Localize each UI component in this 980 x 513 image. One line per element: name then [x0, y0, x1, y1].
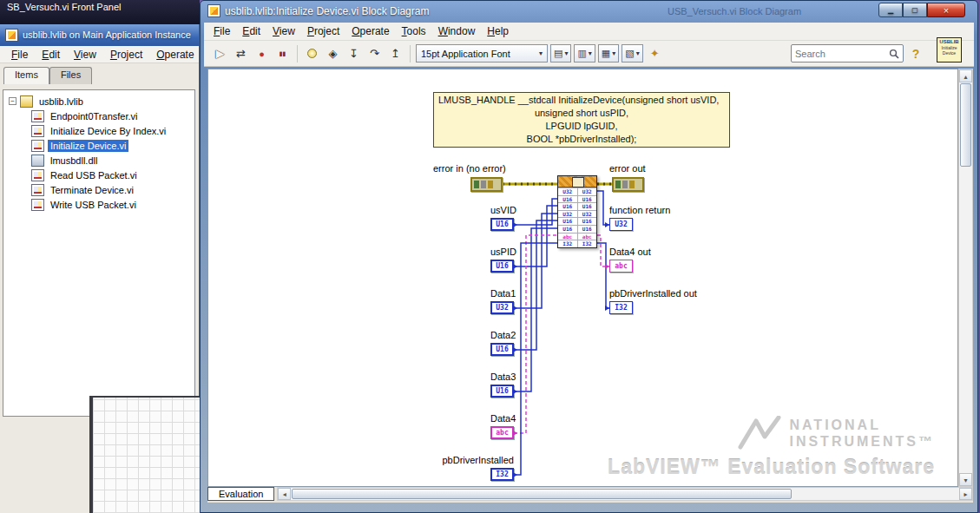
front-panel-window-titlebar[interactable]: SB_Versuch.vi Front Panel	[0, 0, 200, 24]
main-titlebar[interactable]: usblib.lvlib:Initialize Device.vi Block …	[201, 1, 977, 23]
menu-edit[interactable]: Edit	[36, 48, 66, 62]
terminal-data2[interactable]: U16	[490, 343, 514, 356]
help-button[interactable]: ?	[906, 44, 925, 63]
menu-operate[interactable]: Operate	[150, 48, 199, 62]
terminal-pbdriverinstalled[interactable]: I32	[490, 468, 514, 481]
step-into-button[interactable]: ↧	[345, 44, 363, 63]
vertical-scrollbar-thumb[interactable]	[960, 83, 971, 167]
menu-view[interactable]: View	[266, 24, 301, 38]
abort-button[interactable]: ●	[253, 44, 271, 63]
chevron-down-icon: ▾	[589, 49, 592, 57]
resize-objects-dropdown[interactable]: ▦ ▾	[598, 44, 619, 62]
node-cell: U32	[578, 211, 597, 218]
tree-item[interactable]: Initialize Device By Index.vi	[5, 123, 193, 138]
tree-item[interactable]: Endpoint0Transfer.vi	[5, 109, 193, 123]
tab-files[interactable]: Files	[49, 67, 92, 84]
window-controls: ▁ ▢ ×	[878, 3, 965, 17]
close-button[interactable]: ×	[927, 3, 965, 17]
reorder-icon: ▧	[625, 48, 634, 59]
scroll-left-icon[interactable]: ◂	[278, 488, 291, 500]
error-in-terminal[interactable]	[470, 177, 503, 192]
project-tree: − usblib.lvlib Endpoint0Transfer.vi Init…	[3, 89, 195, 417]
tree-item[interactable]: lmusbdll.dll	[5, 153, 193, 168]
terminal-data1[interactable]: U32	[490, 301, 514, 314]
node-cell: abc	[578, 233, 597, 240]
menu-edit[interactable]: Edit	[236, 24, 266, 38]
library-icon	[20, 95, 33, 108]
horizontal-scrollbar-thumb[interactable]	[292, 489, 792, 499]
scroll-down-icon[interactable]: ▾	[959, 473, 972, 486]
run-button[interactable]: ▶	[211, 44, 229, 63]
tree-item-label: Initialize Device.vi	[48, 140, 128, 152]
tree-item[interactable]: Read USB Packet.vi	[5, 168, 193, 182]
project-window-title: usblib.lvlib on Main Application Instanc…	[23, 30, 191, 40]
menu-project[interactable]: Project	[104, 48, 148, 62]
node-cell: U16	[578, 196, 597, 203]
call-library-function-node[interactable]: U32U32 U16U16 U16U16 U32U32 U16U16 U16U1…	[557, 175, 597, 248]
context-tab-evaluation[interactable]: Evaluation	[207, 487, 274, 501]
menu-project[interactable]: Project	[301, 24, 345, 38]
tab-items[interactable]: Items	[3, 67, 49, 84]
collapse-icon[interactable]: −	[9, 97, 16, 105]
output-label: pbDriverInstalled out	[609, 288, 697, 299]
search-input[interactable]	[795, 49, 886, 59]
maximize-button[interactable]: ▢	[903, 3, 927, 17]
tree-item-selected[interactable]: Initialize Device.vi	[5, 138, 193, 153]
menu-help[interactable]: Help	[481, 24, 515, 38]
tree-item[interactable]: Terminate Device.vi	[5, 182, 193, 197]
main-menubar: File Edit View Project Operate Tools Win…	[204, 23, 974, 41]
tree-item-label: Write USB Packet.vi	[48, 199, 139, 211]
step-out-button[interactable]: ↥	[386, 44, 404, 63]
error-out-terminal[interactable]	[612, 177, 644, 192]
scroll-right-icon[interactable]: ▸	[959, 488, 972, 500]
align-objects-dropdown[interactable]: ▤ ▾	[550, 44, 571, 62]
distribute-objects-dropdown[interactable]: ▥ ▾	[574, 44, 595, 62]
menu-file[interactable]: File	[207, 24, 236, 38]
vi-icon-text: USBLIB	[937, 38, 961, 45]
clean-up-diagram-button[interactable]: ✦	[646, 44, 664, 63]
tree-root-row[interactable]: − usblib.lvlib	[5, 94, 193, 109]
minimize-button[interactable]: ▁	[878, 3, 903, 17]
menu-view[interactable]: View	[68, 48, 102, 62]
terminal-function-return[interactable]: U32	[609, 218, 633, 231]
output-label: function return	[609, 205, 670, 215]
code-prototype-box[interactable]: LMUSB_HANDLE __stdcall InitializeDevice(…	[433, 92, 730, 148]
step-over-button[interactable]: ↷	[365, 44, 384, 63]
vi-icon-badge[interactable]: USBLIB Initialize Device	[937, 37, 962, 62]
input-label: Data1	[490, 288, 516, 299]
input-label: usVID	[490, 205, 516, 215]
font-selector-dropdown[interactable]: 15pt Application Font ▾	[416, 44, 548, 62]
run-continuous-button[interactable]: ⇄	[232, 44, 250, 63]
horizontal-scrollbar[interactable]: ◂ ▸	[277, 487, 973, 501]
terminal-data3[interactable]: U16	[490, 385, 514, 398]
desktop: SB_Versuch.vi Front Panel usblib.lvlib o…	[0, 0, 980, 513]
tree-item[interactable]: Write USB Packet.vi	[5, 197, 193, 212]
node-cell: abc	[558, 233, 578, 240]
project-window-titlebar[interactable]: usblib.lvlib on Main Application Instanc…	[0, 24, 199, 46]
menu-window[interactable]: Window	[432, 24, 482, 38]
terminal-data4[interactable]: abc	[490, 426, 514, 439]
terminal-pbdriverinstalled-out[interactable]: I32	[609, 301, 633, 314]
reorder-dropdown[interactable]: ▧ ▾	[622, 44, 642, 62]
code-line: BOOL *pbDriverInstalled);	[438, 133, 725, 146]
terminal-usvid[interactable]: U16	[490, 218, 514, 231]
menu-tools[interactable]: Tools	[396, 24, 432, 38]
menu-file[interactable]: File	[5, 48, 34, 62]
node-cell: U32	[558, 211, 578, 218]
scroll-up-icon[interactable]: ▴	[959, 69, 972, 82]
node-cell: U32	[578, 188, 597, 195]
pause-button[interactable]: ▮▮	[273, 44, 292, 63]
vi-icon	[31, 199, 44, 211]
vi-icon-text: Device	[937, 50, 961, 56]
menu-operate[interactable]: Operate	[345, 24, 395, 38]
terminal-uspid[interactable]: U16	[490, 260, 514, 273]
terminal-data4-out[interactable]: abc	[609, 260, 633, 273]
highlight-execution-button[interactable]	[303, 44, 321, 63]
block-diagram-canvas[interactable]: NATIONAL INSTRUMENTS™ LabVIEW™ Evaluatio…	[207, 69, 958, 487]
vi-icon	[31, 140, 44, 152]
main-window-title: usblib.lvlib:Initialize Device.vi Block …	[225, 5, 429, 17]
front-panel-window-title: SB_Versuch.vi Front Panel	[7, 2, 121, 12]
retain-wire-values-button[interactable]: ◈	[324, 44, 342, 63]
vertical-scrollbar[interactable]: ▴ ▾	[958, 69, 973, 487]
tree-item-label: Endpoint0Transfer.vi	[48, 110, 140, 122]
